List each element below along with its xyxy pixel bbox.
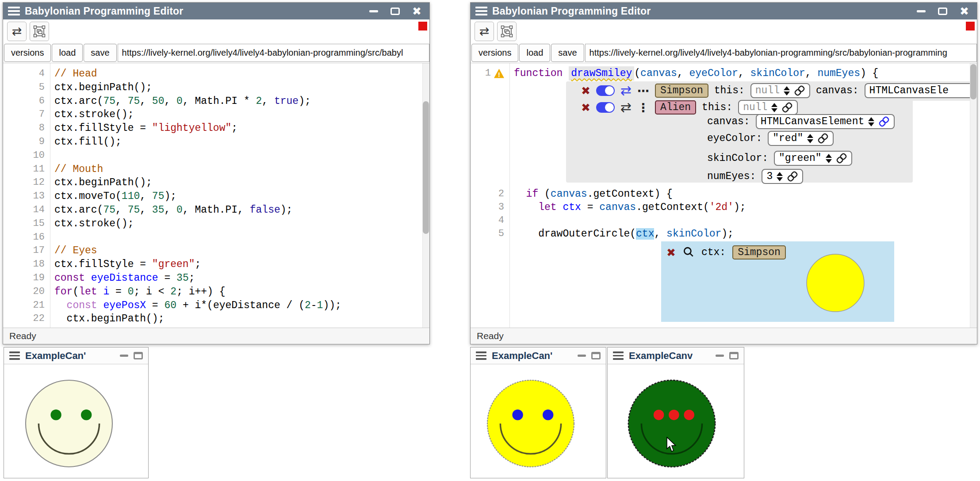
code-editor[interactable]: ✖ ⇄ ⋯ Simpson this: null canvas: HTMLCan… <box>471 63 977 328</box>
titlebar: ExampleCanv <box>608 347 744 364</box>
mouse-cursor-icon <box>666 437 678 453</box>
transform-group-icon <box>33 25 46 38</box>
transform-group-icon <box>501 25 513 38</box>
hamburger-menu-icon[interactable] <box>613 351 624 360</box>
scrollbar-thumb[interactable] <box>423 101 429 234</box>
probe-var-label: ctx: <box>701 247 726 258</box>
param-value-box[interactable]: "red" <box>768 131 834 146</box>
minimize-button[interactable] <box>578 355 586 357</box>
inspect-icon[interactable] <box>682 246 695 259</box>
titlebar: ExampleCan' <box>4 347 148 364</box>
maximize-button[interactable] <box>390 8 400 15</box>
param-label: this: <box>714 85 745 96</box>
stepper-icon[interactable] <box>807 134 813 143</box>
save-button[interactable]: save <box>84 44 116 62</box>
swap-source-button[interactable]: ⇄ <box>7 22 27 41</box>
minimize-button[interactable] <box>369 10 378 12</box>
param-value-box[interactable]: "green" <box>774 151 852 166</box>
param-value-box[interactable]: HTMLCanvasEle <box>865 83 971 98</box>
versions-button[interactable]: versions <box>471 44 518 62</box>
maximize-button[interactable] <box>938 8 947 15</box>
load-button[interactable]: load <box>52 44 83 62</box>
param-value[interactable]: HTMLCanvasElement <box>761 116 865 127</box>
link-icon[interactable] <box>794 85 805 96</box>
maximize-button[interactable] <box>591 352 601 359</box>
link-icon[interactable] <box>836 153 847 164</box>
code-editor[interactable]: 4// Head5ctx.beginPath();6ctx.arc(75, 75… <box>3 63 429 328</box>
stepper-icon[interactable] <box>771 103 777 112</box>
notification-badge <box>418 22 427 31</box>
param-row-skincolor: skinColor: "green" <box>707 150 852 166</box>
canvas-area <box>471 364 606 478</box>
hamburger-menu-icon[interactable] <box>8 7 20 15</box>
example-name-badge[interactable]: Simpson <box>655 84 708 98</box>
link-icon[interactable] <box>817 133 829 144</box>
swap-source-button[interactable]: ⇄ <box>475 22 494 41</box>
example-toggle[interactable] <box>596 85 615 96</box>
url-field[interactable]: https://lively-kernel.org/lively4/lively… <box>585 44 977 62</box>
url-field[interactable]: https://lively-kernel.org/lively4/lively… <box>118 44 429 62</box>
canvas-area <box>4 364 148 478</box>
smiley-canvas <box>471 364 596 478</box>
hamburger-menu-icon[interactable] <box>475 7 487 15</box>
save-button[interactable]: save <box>551 44 584 62</box>
delete-example-button[interactable]: ✖ <box>581 85 590 96</box>
param-value[interactable]: null <box>743 102 767 113</box>
param-value[interactable]: 3 <box>766 171 773 182</box>
swap-example-icon[interactable]: ⇄ <box>620 101 632 114</box>
example-row-alien: ✖ ⇄ ⋮ Alien this: null <box>581 99 798 115</box>
param-label: numEyes: <box>707 171 756 182</box>
stepper-icon[interactable] <box>868 117 874 126</box>
more-options-icon[interactable]: ⋮ <box>637 102 649 114</box>
status-bar: Ready <box>471 328 977 344</box>
close-button[interactable]: ✖ <box>960 6 969 17</box>
smiley-eye <box>684 410 694 420</box>
param-value[interactable]: "red" <box>773 133 803 144</box>
maximize-button[interactable] <box>134 352 143 359</box>
param-value-box[interactable]: HTMLCanvasElement <box>756 114 895 129</box>
delete-example-button[interactable]: ✖ <box>581 102 590 113</box>
example-toggle[interactable] <box>596 102 615 113</box>
window-title: ExampleCan' <box>492 350 552 362</box>
swap-icon: ⇄ <box>12 24 22 38</box>
minimize-button[interactable] <box>917 10 926 12</box>
scrollbar[interactable] <box>970 63 977 328</box>
param-value-box[interactable]: null <box>750 83 810 98</box>
hamburger-menu-icon[interactable] <box>476 351 486 360</box>
param-value[interactable]: "green" <box>779 153 822 164</box>
warning-icon: ! <box>494 69 504 78</box>
probe-canvas-preview <box>805 253 865 313</box>
load-button[interactable]: load <box>519 44 550 62</box>
param-value[interactable]: null <box>755 85 780 96</box>
param-value[interactable]: HTMLCanvasEle <box>869 85 949 96</box>
param-value-box[interactable]: 3 <box>762 169 803 184</box>
maximize-button[interactable] <box>729 352 739 359</box>
stepper-icon[interactable] <box>826 154 832 163</box>
minimize-button[interactable] <box>120 355 128 357</box>
link-icon[interactable] <box>787 171 798 182</box>
param-value-box[interactable]: null <box>738 100 798 115</box>
example-name-badge[interactable]: Alien <box>655 100 696 115</box>
link-icon[interactable] <box>781 102 793 113</box>
minimize-button[interactable] <box>716 355 724 357</box>
close-button[interactable]: ✖ <box>412 6 421 17</box>
editor-window-left: Babylonian Programming Editor ✖ ⇄ versio… <box>3 2 430 344</box>
probe-panel: ✖ ctx: Simpson <box>661 241 894 322</box>
probe-example-badge[interactable]: Simpson <box>732 245 786 260</box>
swap-example-icon[interactable]: ⇄ <box>620 84 632 97</box>
smiley-eye <box>669 410 679 420</box>
stepper-icon[interactable] <box>777 172 783 181</box>
scrollbar[interactable] <box>422 63 429 328</box>
link-icon-active[interactable] <box>878 116 890 127</box>
hamburger-menu-icon[interactable] <box>9 351 20 360</box>
versions-button[interactable]: versions <box>4 44 51 62</box>
scrollbar-thumb[interactable] <box>970 64 976 99</box>
more-options-icon[interactable]: ⋯ <box>637 85 649 97</box>
transform-button[interactable] <box>497 22 517 41</box>
notification-badge <box>966 22 975 31</box>
stepper-icon[interactable] <box>784 86 790 95</box>
delete-probe-button[interactable]: ✖ <box>666 247 676 258</box>
transform-button[interactable] <box>30 22 49 41</box>
param-row-numeyes: numEyes: 3 <box>707 168 803 184</box>
editor-window-right: Babylonian Programming Editor ✖ ⇄ versio… <box>470 2 977 344</box>
